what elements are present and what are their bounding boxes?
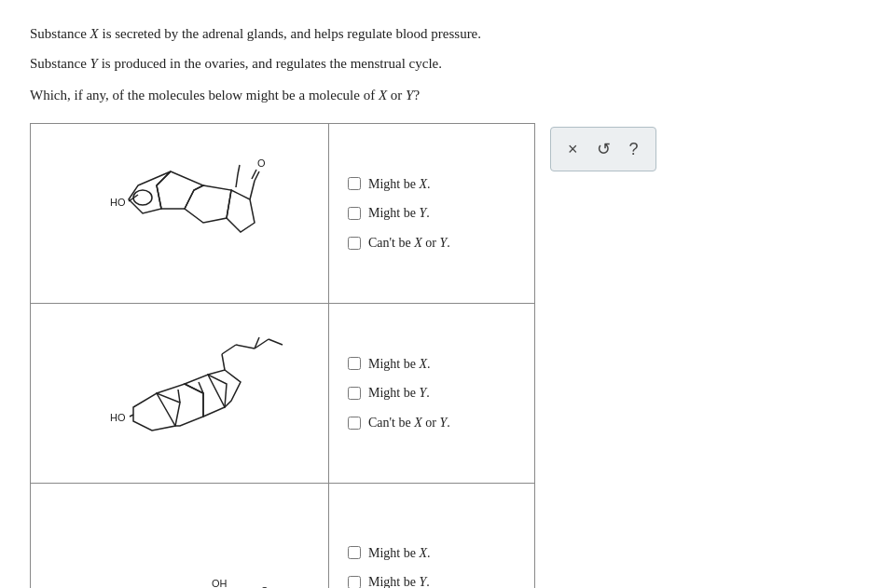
option-row[interactable]: Can't be X or Y. bbox=[348, 234, 516, 253]
option-label: Might be Y. bbox=[368, 573, 430, 588]
option-label: Might be Y. bbox=[368, 204, 430, 223]
var-x-1: X bbox=[90, 26, 99, 41]
option-row[interactable]: Can't be X or Y. bbox=[348, 414, 516, 432]
var-y-1: Y bbox=[90, 56, 98, 71]
undo-button[interactable]: ↺ bbox=[597, 139, 611, 159]
help-button[interactable]: ? bbox=[629, 140, 639, 159]
option-label: Might be X. bbox=[368, 355, 431, 374]
svg-text:HO: HO bbox=[110, 412, 126, 423]
svg-marker-15 bbox=[185, 375, 227, 417]
option-label: Might be X. bbox=[368, 175, 431, 194]
svg-marker-2 bbox=[157, 171, 203, 209]
question-text: Which, if any, of the molecules below mi… bbox=[30, 84, 853, 106]
svg-text:HO: HO bbox=[110, 197, 126, 208]
svg-line-6 bbox=[250, 181, 255, 199]
svg-line-11 bbox=[238, 165, 240, 174]
option-label: Can't be X or Y. bbox=[368, 414, 450, 432]
svg-line-20 bbox=[222, 345, 236, 354]
var-x-q: X bbox=[379, 88, 387, 103]
checkbox-r1o3[interactable] bbox=[348, 237, 361, 250]
checkbox-r2o1[interactable] bbox=[348, 357, 361, 370]
molecule-cell-1: HO O bbox=[31, 124, 329, 303]
checkbox-r3o1[interactable] bbox=[348, 546, 361, 559]
svg-marker-1 bbox=[185, 185, 231, 223]
svg-text:O: O bbox=[257, 157, 266, 169]
option-row[interactable]: Might be X. bbox=[348, 175, 516, 194]
close-icon: × bbox=[568, 140, 578, 159]
options-cell-2: Might be X. Might be Y. Can't be X or Y. bbox=[329, 304, 534, 483]
option-label: Can't be X or Y. bbox=[368, 234, 450, 253]
checkbox-r3o2[interactable] bbox=[348, 576, 361, 588]
table-row: HO O bbox=[31, 124, 534, 304]
molecule-svg-3: HO O OH H =O bbox=[49, 499, 310, 588]
option-row[interactable]: Might be X. bbox=[348, 544, 516, 563]
option-row[interactable]: Might be Y. bbox=[348, 573, 516, 588]
molecule-cell-2: HO bbox=[31, 304, 329, 483]
checkbox-r1o1[interactable] bbox=[348, 177, 361, 190]
molecule-cell-3: HO O OH H =O bbox=[31, 484, 329, 588]
svg-text:OH: OH bbox=[212, 578, 228, 588]
line1: Substance X is secreted by the adrenal g… bbox=[30, 22, 853, 45]
content-area: HO O bbox=[30, 123, 853, 588]
help-icon: ? bbox=[629, 140, 639, 159]
undo-icon: ↺ bbox=[597, 139, 611, 159]
svg-marker-16 bbox=[208, 370, 241, 407]
option-label: Might be X. bbox=[368, 544, 431, 563]
toolbar-box: × ↺ ? bbox=[550, 127, 656, 171]
line2: Substance Y is produced in the ovaries, … bbox=[30, 52, 853, 75]
checkbox-r2o3[interactable] bbox=[348, 417, 361, 430]
svg-line-21 bbox=[236, 345, 255, 349]
table-row: HO O OH H =O bbox=[31, 484, 534, 588]
svg-line-26 bbox=[178, 390, 180, 403]
molecule-svg-2: HO bbox=[59, 319, 301, 468]
svg-line-10 bbox=[236, 174, 238, 187]
molecule-svg-1: HO O bbox=[59, 139, 301, 288]
table-row: HO M bbox=[31, 304, 534, 484]
option-label: Might be Y. bbox=[368, 384, 430, 403]
svg-line-19 bbox=[222, 354, 225, 370]
var-y-q: Y bbox=[406, 88, 413, 103]
checkbox-r2o2[interactable] bbox=[348, 387, 361, 400]
svg-marker-13 bbox=[133, 393, 180, 431]
intro-text: Substance X is secreted by the adrenal g… bbox=[30, 22, 853, 75]
close-button[interactable]: × bbox=[568, 140, 578, 159]
options-cell-1: Might be X. Might be Y. Can't be X or Y. bbox=[329, 124, 534, 303]
option-row[interactable]: Might be Y. bbox=[348, 204, 516, 223]
options-cell-3: Might be X. Might be Y. Can't be X or Y. bbox=[329, 484, 534, 588]
molecule-table: HO O bbox=[30, 123, 535, 588]
svg-line-23 bbox=[269, 339, 283, 345]
checkbox-r1o2[interactable] bbox=[348, 207, 361, 220]
option-row[interactable]: Might be Y. bbox=[348, 384, 516, 403]
svg-point-12 bbox=[133, 190, 152, 205]
option-row[interactable]: Might be X. bbox=[348, 355, 516, 374]
